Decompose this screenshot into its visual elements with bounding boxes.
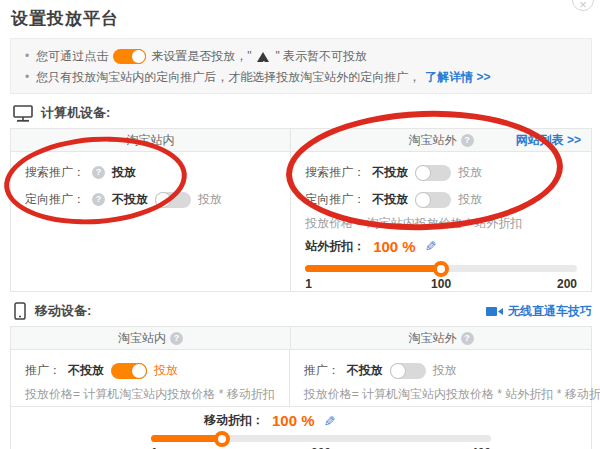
notice-text: 您只有投放淘宝站内的定向推广后，才能选择投放淘宝站外的定向推广， [36, 67, 420, 88]
computer-table-body: 搜索推广： ? 投放 定向推广： ? 不投放 投放 搜索推广： 不投放 投放 定… [11, 152, 591, 291]
header-label: 淘宝站内 [127, 132, 175, 149]
notice-text: 来设置是否投放，" [151, 46, 251, 67]
notice-text: 您可通过点击 [36, 46, 108, 67]
slider-ticks: 1 100 200 [305, 277, 577, 291]
targeted-promo-row: 定向推广： 不投放 投放 [305, 187, 577, 212]
mobile-discount-row: 移动折扣： 100 % ✎ [204, 411, 491, 430]
discount-value: 100 % [373, 238, 416, 255]
state-label: 不投放 [372, 191, 408, 208]
notice-box: • 您可通过点击 来设置是否投放，" " 表示暂不可投放 • 您只有投放淘宝站内… [10, 38, 592, 94]
targeted-promo-toggle[interactable] [155, 192, 191, 208]
help-icon[interactable]: ? [461, 332, 474, 345]
state-label: 投放 [112, 164, 136, 181]
video-camera-icon [486, 305, 504, 318]
row-label: 推广： [304, 362, 340, 379]
price-formula: 投放价格= 计算机淘宝站内投放价格 * 移动折扣 [25, 387, 275, 402]
mobile-discount-slider[interactable] [151, 435, 491, 442]
mobile-section-title: 移动设备: [35, 302, 91, 320]
bullet-icon: • [25, 67, 29, 88]
search-promo-row: 搜索推广： 不投放 投放 [305, 160, 577, 185]
computer-table-header: 淘宝站内 淘宝站外 ? 网站列表 >> [11, 129, 591, 152]
discount-value: 100 % [272, 412, 315, 429]
help-icon[interactable]: ? [92, 166, 105, 179]
page-title: 设置投放平台 [11, 7, 600, 30]
tick-max: 200 [486, 277, 577, 291]
help-icon[interactable]: ? [92, 193, 105, 206]
computer-table: 淘宝站内 淘宝站外 ? 网站列表 >> 搜索推广： ? 投放 定向推广： ? 不… [10, 128, 592, 292]
bullet-icon: • [25, 46, 29, 67]
state-label: 不投放 [372, 164, 408, 181]
discount-label: 移动折扣： [204, 412, 264, 429]
mobile-table-body: 推广： 不投放 投放 投放价格= 计算机淘宝站内投放价格 * 移动折扣 推广： … [11, 350, 591, 406]
search-promo-toggle[interactable] [415, 165, 451, 181]
promo-row: 推广： 不投放 投放 [304, 358, 600, 383]
slider-fill [305, 265, 441, 272]
header-label: 淘宝站外 [409, 330, 457, 347]
header-label: 淘宝站内 [118, 330, 166, 347]
tick-mid: 100 [396, 277, 487, 291]
row-label: 推广： [25, 362, 61, 379]
site-list-link[interactable]: 网站列表 >> [516, 129, 581, 152]
price-formula: 投放价格 = 淘宝站内投放价格 * 站外折扣 [305, 216, 577, 231]
state-label: 不投放 [68, 362, 104, 379]
edit-pencil-icon[interactable]: ✎ [321, 415, 335, 427]
row-label: 定向推广： [305, 191, 365, 208]
row-label: 搜索推广： [305, 164, 365, 181]
header-taobao-onsite: 淘宝站内 ? [11, 327, 291, 349]
help-icon[interactable]: ? [170, 332, 183, 345]
search-promo-row: 搜索推广： ? 投放 [25, 160, 276, 185]
tick-min: 1 [305, 277, 396, 291]
computer-icon [13, 105, 33, 122]
discount-label: 站外折扣： [305, 238, 365, 255]
offsite-discount-slider[interactable] [305, 265, 577, 272]
header-taobao-offsite: 淘宝站外 ? [291, 327, 591, 349]
mobile-offsite-toggle[interactable] [390, 363, 426, 379]
state-alt-label: 投放 [458, 191, 482, 208]
slider-handle[interactable] [214, 431, 230, 447]
mobile-onsite-toggle[interactable] [111, 363, 147, 379]
targeted-promo-row: 定向推广： ? 不投放 投放 [25, 187, 276, 212]
mobile-phone-icon [13, 302, 27, 320]
state-label: 不投放 [112, 191, 148, 208]
mobile-discount-section: 移动折扣： 100 % ✎ 1 200 400 [11, 406, 591, 449]
slider-handle[interactable] [433, 261, 449, 277]
toggle-example-icon [113, 49, 146, 64]
price-formula: 投放价格= 计算机淘宝站内投放价格 * 站外折扣 * 移动折扣 [304, 387, 600, 402]
slider-fill [151, 435, 222, 442]
warning-triangle-icon [257, 52, 269, 62]
header-label: 淘宝站外 [409, 132, 457, 149]
state-alt-label: 投放 [154, 362, 178, 379]
header-taobao-onsite: 淘宝站内 [11, 129, 291, 151]
mobile-table: 淘宝站内 ? 淘宝站外 ? 推广： 不投放 投放 投放价格= 计算机淘宝站内投放… [10, 326, 592, 449]
computer-onsite-cell: 搜索推广： ? 投放 定向推广： ? 不投放 投放 [11, 152, 291, 291]
notice-line-2: • 您只有投放淘宝站内的定向推广后，才能选择投放淘宝站外的定向推广， 了解详情 … [25, 67, 579, 88]
mobile-offsite-cell: 推广： 不投放 投放 投放价格= 计算机淘宝站内投放价格 * 站外折扣 * 移动… [290, 350, 600, 406]
promo-row: 推广： 不投放 投放 [25, 358, 275, 383]
state-alt-label: 投放 [198, 191, 222, 208]
mobile-table-header: 淘宝站内 ? 淘宝站外 ? [11, 327, 591, 350]
mobile-section-header: 移动设备: 无线直通车技巧 [13, 302, 592, 320]
targeted-promo-toggle[interactable] [415, 192, 451, 208]
notice-text: " 表示暂不可投放 [275, 46, 367, 67]
state-alt-label: 投放 [433, 362, 457, 379]
computer-section-header: 计算机设备: [13, 104, 592, 122]
learn-more-link[interactable]: 了解详情 >> [425, 67, 490, 88]
computer-section-title: 计算机设备: [41, 104, 110, 122]
computer-offsite-cell: 搜索推广： 不投放 投放 定向推广： 不投放 投放 投放价格 = 淘宝站内投放价… [291, 152, 591, 291]
help-icon[interactable]: ? [461, 134, 474, 147]
wireless-tips-link[interactable]: 无线直通车技巧 [508, 303, 592, 320]
mobile-onsite-cell: 推广： 不投放 投放 投放价格= 计算机淘宝站内投放价格 * 移动折扣 [11, 350, 290, 406]
offsite-discount-row: 站外折扣： 100 % ✎ [305, 235, 577, 257]
state-alt-label: 投放 [458, 164, 482, 181]
state-label: 不投放 [347, 362, 383, 379]
row-label: 定向推广： [25, 191, 85, 208]
row-label: 搜索推广： [25, 164, 85, 181]
notice-line-1: • 您可通过点击 来设置是否投放，" " 表示暂不可投放 [25, 46, 579, 67]
edit-pencil-icon[interactable]: ✎ [423, 240, 437, 252]
header-taobao-offsite: 淘宝站外 ? 网站列表 >> [291, 129, 591, 151]
